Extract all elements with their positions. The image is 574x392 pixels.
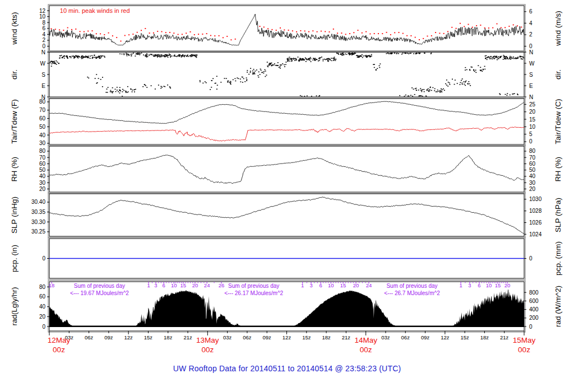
dir-dot <box>449 82 450 83</box>
dir-dot <box>269 63 270 64</box>
dir-dot <box>412 96 413 97</box>
dir-dot <box>138 54 139 55</box>
dir-dot <box>210 89 211 90</box>
x-tick-label: 15z <box>460 334 469 340</box>
dir-dot <box>224 78 225 79</box>
dir-dot <box>258 77 259 78</box>
dir-dot <box>95 78 96 79</box>
dir-dot <box>338 54 339 55</box>
y-axis-label-right-dir: dir. <box>554 69 562 80</box>
dir-dot <box>234 78 235 80</box>
dir-dot <box>81 58 82 59</box>
dir-dot <box>295 60 297 61</box>
dir-dot <box>101 55 103 57</box>
dir-dot <box>227 82 228 83</box>
dir-dot <box>460 84 461 85</box>
dir-dot <box>165 54 166 55</box>
dir-dot <box>299 61 300 62</box>
dir-dot <box>67 58 68 59</box>
dir-dot <box>300 60 302 61</box>
dir-dot <box>271 66 272 67</box>
wind-peak-dot <box>321 31 322 32</box>
wind-peak-dot <box>358 30 359 31</box>
dir-dot <box>196 56 197 57</box>
dir-dot <box>428 90 429 91</box>
dir-dot <box>434 88 436 90</box>
dir-dot <box>54 61 55 62</box>
dir-dot <box>316 95 317 96</box>
dir-dot <box>306 58 307 59</box>
dir-dot <box>441 91 442 92</box>
dir-dot <box>304 96 305 97</box>
dir-dot <box>112 87 113 88</box>
dir-dot <box>499 94 501 95</box>
dir-dot <box>131 55 132 57</box>
dir-dot <box>517 58 518 59</box>
dir-dot <box>242 77 243 78</box>
wind-peak-dot <box>149 32 150 34</box>
dir-dot <box>146 54 147 55</box>
sum-prev-day-value: <--- 26.17 MJoules/m^2 <box>224 290 283 296</box>
x-tick-label: 12z <box>283 334 291 340</box>
dir-dot <box>230 82 232 83</box>
wind-peak-dot <box>210 35 211 36</box>
y-tick-label: W <box>529 60 535 67</box>
dir-dot <box>157 54 158 55</box>
dir-dot <box>368 55 369 57</box>
dir-dot <box>202 83 203 84</box>
wind-peak-dot <box>476 25 477 26</box>
dir-dot <box>461 80 462 81</box>
dir-dot <box>108 87 109 88</box>
wind-peak-dot <box>390 34 391 35</box>
dir-dot <box>227 81 228 82</box>
dir-dot <box>503 57 504 58</box>
day-label: 15May <box>513 336 536 344</box>
dir-dot <box>161 87 163 88</box>
dir-dot <box>293 58 294 59</box>
dir-dot <box>158 85 159 86</box>
dir-dot <box>151 54 152 55</box>
dir-dot <box>253 69 254 70</box>
dir-dot <box>314 60 316 61</box>
wind-peak-dot <box>178 34 179 35</box>
dir-dot <box>424 53 425 54</box>
dir-dot <box>155 88 156 90</box>
wind-peak-dot <box>153 32 154 34</box>
dir-dot <box>272 64 274 66</box>
dir-dot <box>75 56 76 57</box>
dir-dot <box>79 57 80 58</box>
wind-peak-dot <box>165 32 166 33</box>
dir-dot <box>248 74 249 75</box>
dir-dot <box>265 71 266 72</box>
dir-dot <box>82 55 83 57</box>
dir-dot <box>462 84 463 85</box>
y-tick-label: 30 <box>529 180 536 186</box>
dir-dot <box>238 78 239 80</box>
dir-dot <box>319 60 320 61</box>
dir-dot <box>211 87 212 88</box>
dir-dot <box>517 94 518 95</box>
dir-dot <box>253 73 254 74</box>
dir-dot <box>246 78 247 79</box>
dir-dot <box>325 59 326 60</box>
dir-dot <box>179 55 180 57</box>
dir-dot <box>498 57 499 58</box>
day-label-hour: 00z <box>518 346 530 354</box>
x-tick-label: 18z <box>322 334 331 340</box>
y-tick-label: 1030 <box>529 196 542 202</box>
dir-dot <box>141 53 142 54</box>
dir-dot <box>470 85 471 86</box>
dir-dot <box>70 56 71 57</box>
day-label: 13May <box>196 336 219 344</box>
dir-dot <box>512 94 513 95</box>
y-axis-label-left-dir: dir. <box>10 69 18 80</box>
dir-dot <box>313 58 314 59</box>
dir-dot <box>146 57 147 58</box>
wind-peak-dot <box>263 27 265 28</box>
y-tick-label: 12 <box>39 8 46 14</box>
dir-dot <box>318 58 320 59</box>
dir-dot <box>507 57 508 58</box>
dir-dot <box>413 88 414 90</box>
dir-dot <box>281 64 282 66</box>
dir-dot <box>497 59 498 60</box>
